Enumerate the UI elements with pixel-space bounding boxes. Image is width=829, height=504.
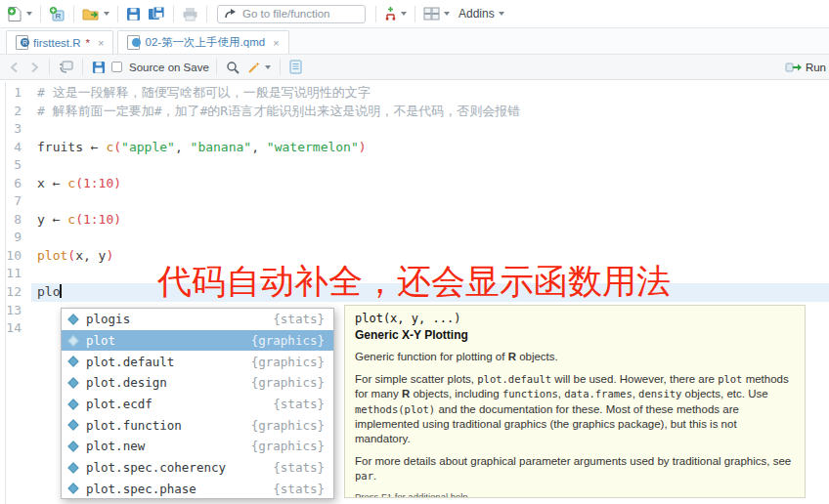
completion-package: {graphics} bbox=[251, 439, 325, 453]
code-line[interactable]: 6x ← c(1:10) bbox=[0, 175, 829, 193]
toolbar-separator bbox=[206, 6, 207, 22]
source-on-save-checkbox[interactable] bbox=[111, 62, 122, 72]
completion-name: plot.spec.coherency bbox=[86, 460, 273, 475]
toolbar-separator bbox=[216, 59, 217, 75]
tab-firsttest-r[interactable]: R firsttest.R* × bbox=[6, 30, 113, 54]
code-line[interactable]: 7 bbox=[0, 192, 829, 211]
print-icon bbox=[182, 7, 198, 21]
autocomplete-item[interactable]: plot.spec.coherency{stats} bbox=[62, 457, 333, 479]
autocomplete-popup: plogis{stats}plot{graphics}plot.default{… bbox=[61, 308, 334, 499]
goto-file-function-input[interactable]: Go to file/function bbox=[217, 5, 366, 23]
autocomplete-item[interactable]: plot.ecdf{stats} bbox=[62, 394, 333, 415]
code-tools-button[interactable] bbox=[245, 59, 273, 76]
forward-button[interactable] bbox=[26, 60, 42, 75]
code-line[interactable]: 3 bbox=[0, 120, 829, 139]
code-line[interactable]: 8y ← c(1:10) bbox=[0, 211, 829, 230]
completion-name: plogis bbox=[86, 312, 273, 326]
version-control-button[interactable] bbox=[382, 4, 409, 24]
save-button[interactable] bbox=[124, 5, 143, 23]
function-diamond-icon bbox=[67, 377, 78, 388]
function-diamond-icon bbox=[67, 335, 78, 346]
autocomplete-item[interactable]: plot.default{graphics} bbox=[62, 351, 333, 372]
completion-package: {stats} bbox=[273, 460, 325, 475]
function-diamond-icon bbox=[67, 314, 78, 324]
code-text bbox=[31, 192, 829, 211]
toolbar-separator bbox=[280, 59, 281, 75]
magic-wand-icon bbox=[247, 61, 261, 74]
new-project-button[interactable]: R bbox=[47, 4, 67, 24]
run-icon bbox=[785, 62, 803, 73]
function-signature: plot(x, y, ...) bbox=[355, 312, 795, 325]
new-file-icon bbox=[7, 6, 22, 22]
chevron-down-icon bbox=[401, 12, 407, 16]
function-help-tooltip: plot(x, y, ...) Generic X-Y Plotting Gen… bbox=[344, 305, 806, 498]
completion-name: plot.spec.phase bbox=[86, 482, 273, 496]
autocomplete-item[interactable]: plot.design{graphics} bbox=[62, 372, 333, 394]
autocomplete-item[interactable]: plot.function{graphics} bbox=[62, 414, 333, 436]
addins-label: Addins bbox=[458, 7, 495, 21]
code-text bbox=[31, 120, 829, 139]
completion-name: plot.function bbox=[86, 418, 251, 433]
panes-layout-icon bbox=[423, 7, 440, 21]
show-in-new-window-button[interactable] bbox=[57, 59, 75, 75]
rstudio-window: R bbox=[0, 0, 829, 504]
close-icon[interactable]: × bbox=[273, 37, 279, 49]
toolbar-separator bbox=[40, 6, 41, 22]
pane-left-border bbox=[5, 82, 6, 504]
save-icon bbox=[126, 7, 141, 21]
code-text bbox=[31, 229, 829, 247]
function-diamond-icon bbox=[67, 441, 78, 451]
save-all-button[interactable] bbox=[146, 4, 167, 23]
close-icon[interactable]: × bbox=[98, 37, 104, 49]
autocomplete-item[interactable]: plot.new{graphics} bbox=[62, 436, 333, 457]
completion-package: {stats} bbox=[273, 397, 325, 411]
autocomplete-item[interactable]: plot.spec.phase{stats} bbox=[62, 479, 333, 500]
chevron-down-icon bbox=[265, 65, 271, 69]
popout-window-icon bbox=[59, 61, 73, 73]
git-icon bbox=[384, 6, 397, 22]
code-line[interactable]: 5 bbox=[0, 156, 829, 175]
r-file-icon: R bbox=[16, 35, 28, 50]
toolbar-separator bbox=[414, 6, 415, 22]
completion-package: {graphics} bbox=[251, 333, 325, 348]
tab-qmd-document[interactable]: 02-第一次上手使用.qmd × bbox=[117, 30, 288, 54]
code-text: fruits ← c("apple", "banana", "watermelo… bbox=[31, 139, 829, 157]
help-paragraph: For simple scatter plots, plot.default w… bbox=[355, 372, 795, 446]
code-line[interactable]: 9 bbox=[0, 229, 829, 247]
addins-menu[interactable]: Addins bbox=[455, 5, 506, 22]
modified-indicator: * bbox=[86, 37, 90, 49]
chevron-down-icon bbox=[499, 12, 504, 16]
completion-name: plot.default bbox=[86, 355, 251, 369]
run-button[interactable]: Run bbox=[785, 55, 826, 80]
back-button[interactable] bbox=[7, 60, 22, 75]
editor-tab-bar: R firsttest.R* × 02-第一次上手使用.qmd × bbox=[0, 28, 829, 55]
completion-name: plot.ecdf bbox=[86, 397, 273, 411]
print-button[interactable] bbox=[180, 5, 200, 23]
main-toolbar: R bbox=[0, 0, 829, 28]
code-line[interactable]: 4fruits ← c("apple", "banana", "watermel… bbox=[0, 139, 829, 157]
completion-package: {graphics} bbox=[251, 375, 325, 390]
completion-package: {graphics} bbox=[251, 418, 325, 433]
completion-package: {stats} bbox=[273, 312, 325, 326]
help-paragraph: Generic function for plotting of R objec… bbox=[355, 350, 795, 364]
code-text: # 这是一段解释，随便写啥都可以，一般是写说明性的文字 bbox=[31, 84, 829, 103]
autocomplete-item[interactable]: plogis{stats} bbox=[62, 309, 333, 330]
completion-name: plot bbox=[86, 333, 251, 348]
autocomplete-item[interactable]: plot{graphics} bbox=[62, 330, 333, 352]
find-replace-button[interactable] bbox=[224, 59, 241, 76]
code-line[interactable]: 2# 解释前面一定要加#，加了#的R语言才能识别出来这是说明，不是代码，否则会报… bbox=[0, 103, 829, 121]
text-cursor bbox=[60, 284, 62, 298]
function-diamond-icon bbox=[67, 462, 78, 473]
function-diamond-icon bbox=[67, 399, 78, 409]
workspace-panes-button[interactable] bbox=[421, 5, 452, 22]
code-line[interactable]: 1# 这是一段解释，随便写啥都可以，一般是写说明性的文字 bbox=[0, 84, 829, 103]
compile-report-button[interactable] bbox=[287, 58, 304, 76]
save-button[interactable] bbox=[90, 59, 108, 76]
toolbar-separator bbox=[82, 59, 83, 75]
open-file-button[interactable] bbox=[80, 5, 111, 23]
new-file-button[interactable] bbox=[5, 4, 34, 24]
help-paragraphs: Generic function for plotting of R objec… bbox=[355, 350, 795, 483]
chevron-down-icon bbox=[26, 12, 32, 16]
back-arrow-icon bbox=[9, 62, 21, 73]
annotation-text: 代码自动补全，还会显示函数用法 bbox=[157, 259, 671, 305]
